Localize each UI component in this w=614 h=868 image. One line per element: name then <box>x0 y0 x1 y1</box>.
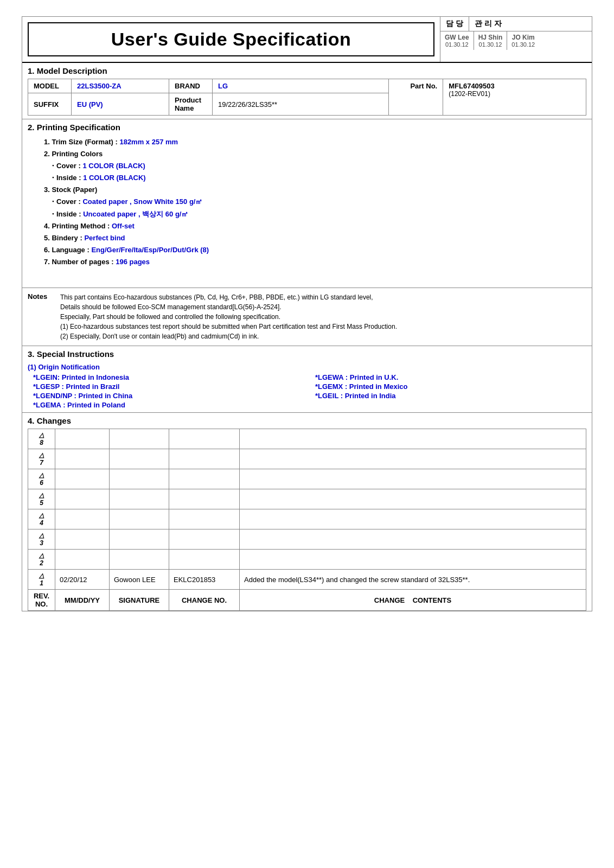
origin-item-1: *LGEWA : Printed in U.K. <box>315 373 586 381</box>
page-wrapper: User's Guide Specification 담 당 관 리 자 GW … <box>22 16 592 611</box>
origin-code-3: *LGEMX : <box>315 382 347 391</box>
change-row-7: △7 <box>28 449 586 469</box>
approver-2-name: HJ Shin <box>478 34 503 41</box>
note-line-5: (2) Especially, Don't use or contain lea… <box>60 331 397 341</box>
sig-2 <box>110 550 169 570</box>
product-name-value: 19/22/26/32LS35** <box>213 93 389 116</box>
inside-paper-value: Uncoated paper , 백상지 60 g/㎡ <box>83 210 188 218</box>
origin-code-5: *LGEIL : <box>315 392 343 400</box>
rev-8: △8 <box>28 429 55 449</box>
origin-text-6: Printed in Poland <box>67 401 125 409</box>
section-changes: 4. Changes △8 △7 <box>22 413 592 611</box>
rev-no-footer: REV. NO. <box>28 590 55 611</box>
change-row-3: △3 <box>28 529 586 550</box>
date-footer: MM/DD/YY <box>55 590 110 611</box>
notes-content: This part contains Eco-hazardous substan… <box>60 292 397 341</box>
spec-inside-paper: ・Inside : Uncoated paper , 백상지 60 g/㎡ <box>49 208 586 220</box>
origin-code-0: *LGEIN: <box>33 373 60 381</box>
approver-2-date: 01.30.12 <box>478 41 503 48</box>
note-line-1: This part contains Eco-hazardous substan… <box>60 292 397 302</box>
section3-title: 3. Special Instructions <box>28 349 586 359</box>
notes-section: Notes This part contains Eco-hazardous s… <box>22 288 592 346</box>
approver-3: JO Kim 01.30.12 <box>507 31 539 50</box>
change-row-2: △2 <box>28 550 586 570</box>
cover-paper-value: Coated paper , Snow White 150 g/㎡ <box>82 197 202 206</box>
date-4 <box>55 509 110 529</box>
note-line-3: Especially, Part should be followed and … <box>60 312 397 322</box>
origin-item-0: *LGEIN: Printed in Indonesia <box>33 373 304 381</box>
origin-code-6: *LGEMA : <box>33 401 65 409</box>
approver-1: GW Lee 01.30.12 <box>440 31 474 50</box>
change-row-4: △4 <box>28 509 586 529</box>
date-7 <box>55 449 110 469</box>
date-3 <box>55 529 110 550</box>
section2-title: 2. Printing Specification <box>28 123 586 132</box>
chno-footer: CHANGE NO. <box>169 590 240 611</box>
origin-text-4: Printed in China <box>79 392 133 400</box>
origin-code-2: *LGESP : <box>33 382 64 391</box>
change-contents-footer: CHANGE CONTENTS <box>240 590 586 611</box>
origin-code-4: *LGEND/NP : <box>33 392 76 400</box>
approver-2: HJ Shin 01.30.12 <box>474 31 508 50</box>
section-printing: 2. Printing Specification 1. Trim Size (… <box>22 119 592 288</box>
title-block: User's Guide Specification <box>28 22 434 56</box>
origin-grid: *LGEIN: Printed in Indonesia *LGEWA : Pr… <box>28 373 586 409</box>
header: User's Guide Specification 담 당 관 리 자 GW … <box>22 17 592 63</box>
contents-3 <box>240 529 586 550</box>
approver-1-date: 01.30.12 <box>445 41 469 48</box>
contents-7 <box>240 449 586 469</box>
page-title: User's Guide Specification <box>40 29 423 50</box>
notes-label: Notes <box>28 292 55 341</box>
changes-table: △8 △7 <box>28 429 586 611</box>
section-special: 3. Special Instructions (1) Origin Notif… <box>22 346 592 413</box>
suffix-value: EU (PV) <box>72 93 169 116</box>
spec-printing-method: 4. Printing Method : Off-set <box>44 220 586 232</box>
date-1: 02/20/12 <box>55 570 110 590</box>
chno-1: EKLC201853 <box>169 570 240 590</box>
change-row-5: △5 <box>28 489 586 509</box>
sig-1: Gowoon LEE <box>110 570 169 590</box>
spec-language: 6. Language : Eng/Ger/Fre/Ita/Esp/Por/Du… <box>44 244 586 256</box>
contents-2 <box>240 550 586 570</box>
contents-1: Added the model(LS34**) and changed the … <box>240 570 586 590</box>
origin-text-3: Printed in Mexico <box>349 382 408 391</box>
header-col2: 관 리 자 <box>469 17 507 31</box>
sig-8 <box>110 429 169 449</box>
header-col1: 담 당 <box>440 17 469 31</box>
suffix-label: SUFFIX <box>28 93 72 116</box>
change-row-1: △1 02/20/12 Gowoon LEE EKLC201853 Added … <box>28 570 586 590</box>
contents-6 <box>240 469 586 489</box>
spec-cover-paper: ・Cover : Coated paper , Snow White 150 g… <box>49 196 586 208</box>
spec-stock-paper: 3. Stock (Paper) <box>44 184 586 196</box>
date-8 <box>55 429 110 449</box>
origin-text-5: Printed in India <box>345 392 396 400</box>
approver-1-name: GW Lee <box>445 34 469 41</box>
sig-3 <box>110 529 169 550</box>
cover-color-value: 1 COLOR (BLACK) <box>82 162 145 170</box>
rev-2: △2 <box>28 550 55 570</box>
change-row-8: △8 <box>28 429 586 449</box>
section4-title: 4. Changes <box>28 413 586 429</box>
bindery-value: Perfect bind <box>84 234 125 242</box>
origin-code-1: *LGEWA : <box>315 373 348 381</box>
changes-footer-row: REV. NO. MM/DD/YY SIGNATURE CHANGE NO. C… <box>28 590 586 611</box>
origin-item-2: *LGESP : Printed in Brazil <box>33 382 304 391</box>
section1-title: 1. Model Description <box>28 63 586 79</box>
origin-text-1: Printed in U.K. <box>350 373 399 381</box>
approver-3-name: JO Kim <box>511 34 535 41</box>
spec-pages: 7. Number of pages : 196 pages <box>44 256 586 268</box>
chno-6 <box>169 469 240 489</box>
part-no-value: MFL67409503 <box>449 82 580 90</box>
origin-title: (1) Origin Notification <box>28 363 586 371</box>
spec-printing-colors: 2. Printing Colors <box>44 148 586 160</box>
sig-4 <box>110 509 169 529</box>
spec-bindery: 5. Bindery : Perfect bind <box>44 232 586 244</box>
sig-7 <box>110 449 169 469</box>
chno-4 <box>169 509 240 529</box>
spec-list: 1. Trim Size (Format) : 182mm x 257 mm 2… <box>28 136 586 268</box>
chno-7 <box>169 449 240 469</box>
chno-5 <box>169 489 240 509</box>
inside-color-value: 1 COLOR (BLACK) <box>83 174 146 182</box>
date-2 <box>55 550 110 570</box>
printing-method-value: Off-set <box>112 222 135 230</box>
